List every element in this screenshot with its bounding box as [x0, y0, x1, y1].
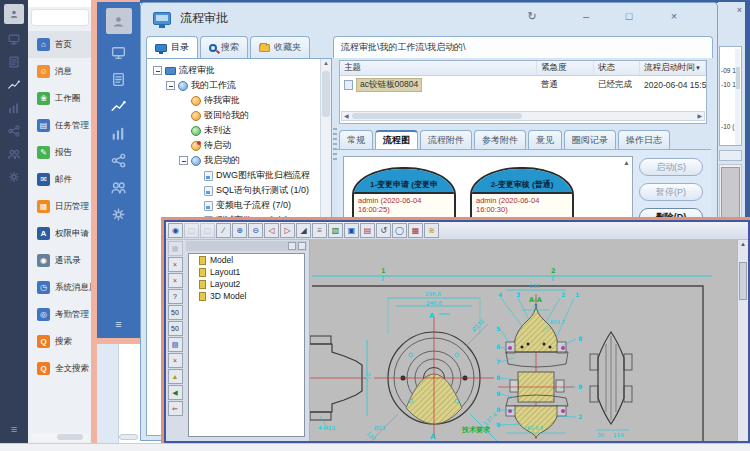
tree-item-DWG图纸审批归档流程[interactable]: DWG图纸审批归档流程	[149, 168, 319, 183]
tree-item-流程审批[interactable]: 流程审批	[149, 63, 319, 78]
refresh-icon[interactable]: ↻	[523, 8, 541, 24]
cad-side-button[interactable]: ×	[168, 273, 183, 288]
tab-意见[interactable]: 意见	[528, 130, 562, 149]
collapse-icon[interactable]	[166, 81, 175, 90]
cad-side-button[interactable]: ?	[168, 289, 183, 304]
cad-toolbar-button[interactable]: ⊖	[248, 223, 263, 238]
cad-toolbar-button[interactable]: ▣	[344, 223, 359, 238]
cad-side-button[interactable]: ▨	[168, 337, 183, 352]
menu-toggle-icon[interactable]: ≡	[115, 319, 121, 330]
tree-item-我的工作流[interactable]: 我的工作流	[149, 78, 319, 93]
cad-side-button[interactable]: 50	[168, 321, 183, 336]
gear-icon[interactable]	[110, 205, 128, 223]
gear-icon[interactable]	[6, 169, 22, 185]
cad-toolbar-button[interactable]: ◉	[168, 223, 183, 238]
tree-item-待启动[interactable]: 待启动	[149, 138, 319, 153]
tab-流程图[interactable]: 流程图	[375, 130, 418, 149]
tab-收藏夹[interactable]: 收藏夹	[250, 36, 310, 58]
maximize-button[interactable]: □	[620, 8, 638, 24]
avatar[interactable]	[4, 4, 24, 24]
layout-item-Layout2[interactable]: Layout2	[189, 278, 304, 290]
background-button[interactable]	[719, 150, 742, 161]
menu-item-系统消息历史[interactable]: ◷系统消息历史	[28, 274, 93, 301]
tab-圈阅记录[interactable]: 圈阅记录	[564, 130, 616, 149]
cad-side-button[interactable]: ▲	[168, 369, 183, 384]
cad-toolbar-button[interactable]: ≡	[312, 223, 327, 238]
collapse-icon[interactable]	[153, 66, 162, 75]
cad-side-button[interactable]: ×	[168, 353, 183, 368]
menu-item-通讯录[interactable]: ◉通讯录	[28, 247, 93, 274]
bars-icon[interactable]	[110, 124, 128, 142]
bars-icon[interactable]	[6, 100, 22, 116]
minimize-button[interactable]: –	[577, 8, 595, 24]
close-icon[interactable]: ×	[737, 5, 742, 15]
trend-icon[interactable]	[110, 97, 128, 115]
column-header-紧急度[interactable]: 紧急度	[537, 61, 594, 75]
cad-side-button[interactable]: ⇐	[168, 401, 183, 416]
menu-item-报告[interactable]: ✎报告	[28, 139, 93, 166]
menu-item-全文搜索[interactable]: Q全文搜索	[28, 355, 93, 382]
cad-toolbar-button[interactable]: ▦	[408, 223, 423, 238]
table-row[interactable]: ac铰链板00804 普通 已经完成 2020-06-04 15:5	[340, 76, 706, 93]
menu-item-首页[interactable]: ⌂首页	[28, 31, 93, 58]
monitor-icon[interactable]	[110, 43, 128, 61]
collapse-icon[interactable]	[179, 156, 188, 165]
tab-参考附件[interactable]: 参考附件	[474, 130, 526, 149]
cad-toolbar-button[interactable]: ↺	[376, 223, 391, 238]
menu-item-考勤管理[interactable]: ◎考勤管理	[28, 301, 93, 328]
share-icon[interactable]	[110, 151, 128, 169]
trend-icon[interactable]	[6, 77, 22, 93]
cad-toolbar-button[interactable]: ▢	[200, 223, 215, 238]
cad-toolbar-button[interactable]: ∕	[216, 223, 231, 238]
breadcrumb-tab[interactable]: 流程审批\我的工作流\我启动的\	[333, 36, 713, 58]
tree-item-待我审批[interactable]: 待我审批	[149, 93, 319, 108]
cad-toolbar-button[interactable]: ◁	[264, 223, 279, 238]
tree-item-我启动的[interactable]: 我启动的	[149, 153, 319, 168]
notebook-icon[interactable]	[110, 70, 128, 88]
tree-item-SQL语句执行测试 (1/0)[interactable]: SQL语句执行测试 (1/0)	[149, 183, 319, 198]
layout-item-Layout1[interactable]: Layout1	[189, 266, 304, 278]
tree-item-变频电子流程 (7/0)[interactable]: 变频电子流程 (7/0)	[149, 198, 319, 213]
cad-drawing-canvas[interactable]: 1 2 52 4-M10	[310, 240, 737, 441]
tab-操作日志[interactable]: 操作日志	[618, 130, 670, 149]
cad-toolbar-button[interactable]: ◢	[296, 223, 311, 238]
cad-side-button[interactable]: ▦	[168, 241, 183, 256]
action-button-启动(S)[interactable]: 启动(S)	[639, 158, 703, 176]
menu-horizontal-scrollbar[interactable]	[31, 433, 89, 441]
tree-item-未到达[interactable]: 未到达	[149, 123, 319, 138]
background-scrollbar[interactable]	[719, 164, 742, 222]
fragment-scrollbar[interactable]	[119, 434, 138, 440]
column-header-状态[interactable]: 状态	[594, 61, 640, 75]
avatar[interactable]	[106, 8, 132, 34]
users-icon[interactable]	[110, 178, 128, 196]
share-icon[interactable]	[6, 123, 22, 139]
cad-toolbar-button[interactable]: ▢	[184, 223, 199, 238]
cad-vertical-scrollbar[interactable]: ▲	[737, 240, 748, 441]
action-button-暂停(P)[interactable]: 暂停(P)	[639, 183, 703, 201]
users-icon[interactable]	[6, 146, 22, 162]
cad-side-button[interactable]: ×	[168, 257, 183, 272]
tree-item-驳回给我的[interactable]: 驳回给我的	[149, 108, 319, 123]
layout-item-Model[interactable]: Model	[189, 254, 304, 266]
cad-toolbar-button[interactable]: ◯	[392, 223, 407, 238]
menu-item-权限申请[interactable]: A权限申请	[28, 220, 93, 247]
cad-toolbar-button[interactable]: ▧	[328, 223, 343, 238]
layout-item-3D Model[interactable]: 3D Model	[189, 290, 304, 302]
close-button[interactable]: ×	[665, 8, 683, 24]
cad-toolbar-button[interactable]: ⊕	[232, 223, 247, 238]
monitor-icon[interactable]	[6, 31, 22, 47]
column-header-主题[interactable]: 主题	[340, 61, 537, 75]
column-header-流程启动时间[interactable]: 流程启动时间 ▼	[640, 61, 706, 75]
cad-side-button[interactable]: ◀	[168, 385, 183, 400]
tab-常规[interactable]: 常规	[339, 130, 373, 149]
scroll-up-icon[interactable]: ▲	[623, 159, 630, 166]
cad-side-button[interactable]: 50	[168, 305, 183, 320]
pane-close-icon[interactable]	[298, 242, 306, 250]
menu-item-任务管理[interactable]: ▤任务管理	[28, 112, 93, 139]
notebook-icon[interactable]	[6, 54, 22, 70]
background-list-scrollbar[interactable]	[735, 49, 740, 145]
sort-icon[interactable]: ▼	[695, 65, 701, 71]
cad-toolbar-button[interactable]: ≋	[424, 223, 439, 238]
table-horizontal-scrollbar[interactable]: ◀▶	[341, 111, 705, 121]
menu-toggle-icon[interactable]: ≡	[11, 424, 17, 435]
